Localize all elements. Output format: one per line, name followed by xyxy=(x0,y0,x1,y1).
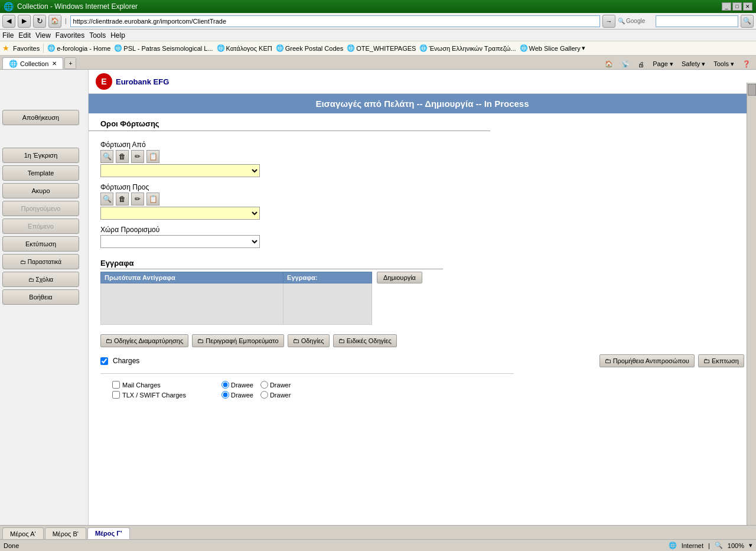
documents-button[interactable]: 🗀 Παραστατικά xyxy=(2,254,79,269)
menu-file[interactable]: File xyxy=(2,31,14,40)
go-btn[interactable]: → xyxy=(602,15,615,28)
menu-favorites[interactable]: Favorites xyxy=(56,31,84,40)
menu-edit[interactable]: Edit xyxy=(18,31,31,40)
form-area: Φόρτωση Από 🔍 🗑 ✏ 📋 Φόρτωση Προς 🔍 xyxy=(89,136,756,259)
folder-icon2: 🗀 Σχόλια xyxy=(28,276,53,283)
safety-btn[interactable]: Safety ▾ xyxy=(679,59,708,69)
previous-button[interactable]: Προηγούμενο xyxy=(2,201,79,216)
fav-webslice[interactable]: 🌐 Web Slice Gallery ▾ xyxy=(520,44,585,52)
perigrafi-btn[interactable]: 🗀 Περιγραφή Εμπορεύματο xyxy=(192,334,284,347)
mail-charges-label: Mail Charges xyxy=(122,382,161,389)
radio-group-2: Drawee Drawer xyxy=(221,391,291,399)
create-button[interactable]: Δημιουργία xyxy=(377,272,422,283)
delete-fortosi-pros-btn[interactable]: 🗑 xyxy=(116,193,129,206)
help-button[interactable]: Βοήθεια xyxy=(2,289,79,305)
doc-table-container: Πρωτότυπα Αντίγραφα Εγγραφα: Δημιουργία xyxy=(100,272,744,325)
fav-enosi[interactable]: 🌐 Ένωση Ελληνικών Τραπεζώ... xyxy=(419,44,516,52)
eurobank-logo: E Eurobank EFG xyxy=(96,73,169,90)
forward-btn[interactable]: ▶ xyxy=(18,15,31,28)
close-btn[interactable]: ✕ xyxy=(743,2,752,11)
delete-fortosi-apo-btn[interactable]: 🗑 xyxy=(116,150,129,163)
fortosi-apo-select[interactable] xyxy=(100,164,260,177)
home-tool-btn[interactable]: 🏠 xyxy=(602,59,616,69)
print-button[interactable]: Εκτύπωση xyxy=(2,236,79,252)
drawee-radio-1[interactable] xyxy=(221,381,229,389)
tab-bar: 🌐 Collection ✕ + 🏠 📡 🖨 Page ▾ Safety ▾ T… xyxy=(0,56,756,70)
fav-icon: 🌐 xyxy=(520,44,528,52)
bottom-tabs: Μέρος Α' Μέρος Β' Μέρος Γ' xyxy=(0,525,756,526)
fortosi-pros-select[interactable] xyxy=(100,207,260,220)
search-fortosi-apo-btn[interactable]: 🔍 xyxy=(100,150,113,163)
fav-kep[interactable]: 🌐 Κατάλογος ΚΕΠ xyxy=(217,44,272,52)
feeds-btn[interactable]: 📡 xyxy=(618,59,633,69)
section-title: Οροι Φόρτωσης xyxy=(89,113,490,131)
fav-dropdown-icon: ▾ xyxy=(582,44,585,52)
xora-select[interactable] xyxy=(100,235,260,248)
new-tab-btn[interactable]: + xyxy=(64,57,76,69)
col-engrafa: Εγγραφα: xyxy=(284,272,372,283)
fav-ote[interactable]: 🌐 OTE_WHITEPAGES xyxy=(347,44,416,52)
collection-tab[interactable]: 🌐 Collection ✕ xyxy=(2,57,63,69)
fav-postal[interactable]: 🌐 Greek Postal Codes xyxy=(276,44,343,52)
doc-prototypa-cell xyxy=(101,283,284,325)
copy-fortosi-pros-btn[interactable]: 📋 xyxy=(146,193,159,206)
print-btn[interactable]: 🖨 xyxy=(635,60,647,69)
maximize-btn[interactable]: □ xyxy=(732,2,742,11)
fortosi-pros-label: Φόρτωση Προς xyxy=(100,183,744,191)
drawee-radio-2[interactable] xyxy=(221,391,229,399)
search-go-btn[interactable]: 🔍 xyxy=(741,15,754,28)
help-btn[interactable]: ❓ xyxy=(739,59,754,69)
comments-button[interactable]: 🗀 Σχόλια xyxy=(2,272,79,287)
promitheia-btn[interactable]: 🗀 Προμήθεια Αντιπροσώπου xyxy=(599,354,695,367)
ekptosi-btn[interactable]: 🗀 Εκπτωση xyxy=(698,354,744,367)
odigies-diamartyriseis-btn[interactable]: 🗀 Οδηγίες Διαμαρτύρησης xyxy=(100,334,188,347)
page-btn[interactable]: Page ▾ xyxy=(650,59,676,69)
fav-psl[interactable]: 🌐 PSL - Patras Seismological L... xyxy=(114,44,213,52)
refresh-btn[interactable]: ↻ xyxy=(33,15,46,28)
fortosi-apo-label: Φόρτωση Από xyxy=(100,141,744,149)
next-button[interactable]: Επόμενο xyxy=(2,219,79,234)
title-bar: 🌐 Collection - Windows Internet Explorer… xyxy=(0,0,756,13)
fortosi-pros-controls: 🔍 🗑 ✏ 📋 xyxy=(100,193,744,206)
save-button[interactable]: Αποθήκευση xyxy=(2,110,79,125)
drawer-radio-1[interactable] xyxy=(260,381,268,389)
scrollbar[interactable] xyxy=(747,83,756,525)
edit-fortosi-apo-btn[interactable]: ✏ xyxy=(131,150,144,163)
menu-tools[interactable]: Tools xyxy=(89,31,106,40)
folder-icon8: 🗀 xyxy=(703,357,710,364)
home-btn[interactable]: 🏠 xyxy=(48,15,61,28)
menu-bar: File Edit View Favorites Tools Help xyxy=(0,30,756,41)
fav-eforologia[interactable]: 🌐 e-forologia - Home xyxy=(47,44,110,52)
copy-fortosi-apo-btn[interactable]: 📋 xyxy=(146,150,159,163)
tlx-charges-checkbox[interactable] xyxy=(112,391,120,399)
charges-checkbox[interactable] xyxy=(100,357,108,365)
fav-icon: 🌐 xyxy=(47,44,56,52)
approval-button[interactable]: 1η Έγκριση xyxy=(2,148,79,163)
doc-engrafa-cell xyxy=(284,283,372,325)
favorites-bar: ★ Favorites 🌐 e-forologia - Home 🌐 PSL -… xyxy=(0,41,756,56)
folder-icon4: 🗀 xyxy=(197,337,204,344)
mail-charges-checkbox[interactable] xyxy=(112,381,120,389)
xora-select-wrap xyxy=(100,235,744,248)
charge-checkboxes: Mail Charges TLX / SWIFT Charges xyxy=(112,381,186,399)
scroll-thumb[interactable] xyxy=(748,84,756,96)
eidikes-odigies-btn[interactable]: 🗀 Ειδικές Οδηγίες xyxy=(333,334,397,347)
odigies-btn[interactable]: 🗀 Οδηγίες xyxy=(288,334,330,347)
search-input[interactable] xyxy=(656,15,738,27)
edit-fortosi-pros-btn[interactable]: ✏ xyxy=(131,193,144,206)
template-button[interactable]: Template xyxy=(2,165,79,181)
search-fortosi-pros-btn[interactable]: 🔍 xyxy=(100,193,113,206)
tools-btn[interactable]: Tools ▾ xyxy=(711,59,737,69)
folder-icon3: 🗀 xyxy=(106,337,112,344)
documents-table: Πρωτότυπα Αντίγραφα Εγγραφα: xyxy=(100,272,372,325)
menu-help[interactable]: Help xyxy=(110,31,125,40)
address-input[interactable] xyxy=(70,15,600,27)
drawer-radio-2[interactable] xyxy=(260,391,268,399)
menu-view[interactable]: View xyxy=(35,31,51,40)
minimize-btn[interactable]: _ xyxy=(722,2,731,11)
cancel-button[interactable]: Ακυρο xyxy=(2,183,79,198)
tlx-charges-item: TLX / SWIFT Charges xyxy=(112,391,186,399)
fav-icon: 🌐 xyxy=(276,44,284,52)
back-btn[interactable]: ◀ xyxy=(2,15,15,28)
close-tab-btn[interactable]: ✕ xyxy=(52,60,57,67)
